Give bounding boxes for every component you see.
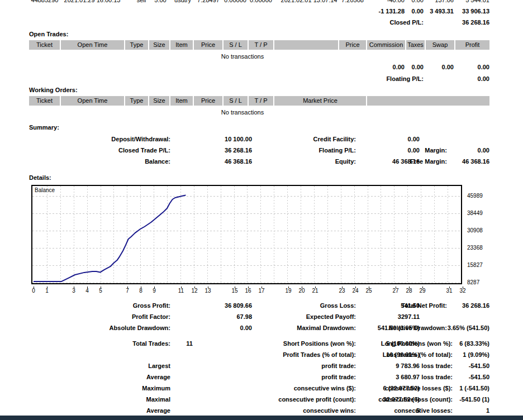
stat-label: Maximal: [146, 395, 170, 403]
header-cell-ticket: Ticket: [29, 40, 60, 50]
stat-row: Maximalconsecutive profit (count):32 077…: [0, 395, 523, 403]
x-axis-label: 23: [335, 288, 349, 294]
x-axis-label: 0: [27, 288, 40, 294]
x-axis-label: 29: [416, 288, 429, 294]
open-trades-empty-text: No transactions: [29, 52, 456, 60]
closed-pl-label: Closed P/L:: [389, 18, 424, 26]
balance-chart-canvas: [32, 186, 461, 283]
header-cell-s-l: S / L: [224, 96, 248, 106]
y-axis-label: 8287: [467, 279, 479, 286]
taskbar[interactable]: [0, 416, 523, 420]
stat-label: profit trade:: [321, 373, 356, 381]
summary-title: Summary:: [29, 123, 59, 131]
stat-label: Maximum: [142, 384, 170, 392]
stat-value: -541.50: [469, 373, 489, 381]
closed-total-value: 0.00: [412, 7, 424, 15]
header-cell-t-p: T / P: [249, 96, 273, 106]
header-cell-price: Price: [194, 96, 222, 106]
header-cell-type: Type: [125, 96, 148, 106]
floating-pl-value: 0.00: [478, 75, 489, 83]
details-title: Details:: [29, 174, 51, 182]
stat-label: Average: [146, 373, 170, 381]
stat-value: -541.50 (1): [459, 395, 489, 403]
closed-total-value: 33 906.13: [462, 7, 489, 15]
x-axis-tick: [369, 287, 369, 288]
balance-chart: Balance: [31, 185, 462, 284]
closed-pl-row: Closed P/L: 36 268.16: [0, 18, 523, 26]
stat-value: 3.65% (541.50): [448, 324, 489, 332]
account-statement-report: 448852902021.01.29 16:00:13sell5.00usdtr…: [0, 0, 523, 420]
x-axis-tick: [288, 287, 289, 288]
summary-label: Free Margin:: [410, 157, 447, 165]
x-axis-tick: [101, 287, 101, 288]
x-axis-tick: [181, 287, 182, 288]
x-axis-tick: [463, 287, 463, 288]
header-cell-item: Item: [170, 40, 193, 50]
stat-value: 6 (83.33%): [459, 340, 489, 347]
floating-pl-label: Floating P/L:: [386, 75, 424, 83]
stat-label: Maximal Drawdown:: [297, 324, 356, 332]
stat-row: Profit Trades (% of total):10 (90.91%)Lo…: [0, 351, 523, 359]
open-total-value: 0.00: [412, 63, 424, 71]
stat-label: consecutive profit (count):: [278, 395, 356, 403]
summary-label: Margin:: [425, 146, 447, 154]
summary-value: 0.00: [478, 146, 489, 154]
x-axis-label: 13: [201, 288, 215, 294]
summary-row: Closed Trade P/L:36 268.16Floating P/L:0…: [0, 146, 523, 154]
x-axis-label: 15: [228, 288, 241, 294]
x-axis-tick: [141, 287, 141, 288]
x-axis-label: 24: [349, 288, 362, 294]
stat-label: loss trade:: [421, 373, 453, 381]
y-axis-label: 15827: [467, 262, 483, 269]
header-cell-commission: Commission: [367, 40, 405, 50]
stat-label: consecutive wins:: [303, 407, 356, 414]
stat-label: Total Net Profit:: [401, 302, 447, 309]
stat-row: Absolute Drawdown:0.00Maximal Drawdown:5…: [0, 324, 523, 332]
stat-row: Total Trades:11Short Positions (won %):5…: [0, 340, 523, 347]
open-trades-totals-row: 0.000.000.000.00: [0, 63, 523, 71]
x-axis-label: 7: [121, 288, 134, 294]
summary-row: Deposit/Withdrawal:10 100.00Credit Facil…: [0, 135, 523, 143]
stat-label: consecutive losses:: [394, 407, 453, 414]
stat-label: Gross Loss:: [320, 302, 356, 309]
x-axis-label: 12: [188, 288, 201, 294]
open-total-value: 0.00: [442, 63, 454, 71]
summary-value: 46 368.16: [225, 157, 252, 165]
stat-row: Maximumconsecutive wins ($):6 (32 077.52…: [0, 384, 523, 392]
header-cell-ticket: Ticket: [29, 96, 60, 106]
stat-label: Gross Profit:: [133, 302, 170, 309]
header-cell-size: Size: [149, 40, 169, 50]
stat-value: 1 (-541.50): [459, 384, 489, 392]
stat-label: Profit Factor:: [132, 313, 170, 321]
stat-value: 3297.11: [398, 313, 420, 321]
x-axis-label: 11: [174, 288, 188, 294]
stat-value: 0.00: [240, 324, 252, 332]
header-cell-profit: Profit: [455, 40, 489, 50]
stat-label: Long Positions (won %):: [381, 340, 453, 347]
summary-value: 0.00: [408, 135, 420, 143]
summary-value: 36 268.16: [225, 146, 252, 154]
closed-trades-totals-row: -1 131.280.003 493.3133 906.13: [0, 7, 523, 15]
stat-row: Profit Factor:67.98Expected Payoff:3297.…: [0, 313, 523, 321]
x-axis-tick: [396, 287, 396, 288]
y-axis-label: 23368: [467, 245, 483, 251]
x-axis-tick: [449, 287, 450, 288]
stat-label: loss trade:: [421, 362, 453, 370]
summary-label: Equity:: [335, 157, 356, 165]
header-cell-item: Item: [170, 96, 193, 106]
x-axis-label: 32: [456, 288, 469, 294]
x-axis-label: 31: [443, 288, 456, 294]
x-axis-label: 27: [389, 288, 402, 294]
closed-pl-value: 36 268.16: [462, 18, 489, 26]
x-axis-label: 1: [40, 288, 54, 294]
closed-trade-partial-row: 448852902021.01.29 16:00:13sell5.00usdtr…: [0, 0, 523, 4]
x-axis-label: 20: [295, 288, 308, 294]
header-cell-taxes: Taxes: [406, 40, 425, 50]
stat-label: profit trade:: [321, 362, 356, 370]
x-axis-tick: [248, 287, 249, 288]
summary-label: Deposit/Withdrawal:: [111, 135, 170, 143]
x-axis-tick: [262, 287, 262, 288]
stat-value: 36 268.16: [462, 302, 489, 309]
x-axis-label: 25: [362, 288, 375, 294]
header-cell-open-time: Open Time: [61, 40, 124, 50]
